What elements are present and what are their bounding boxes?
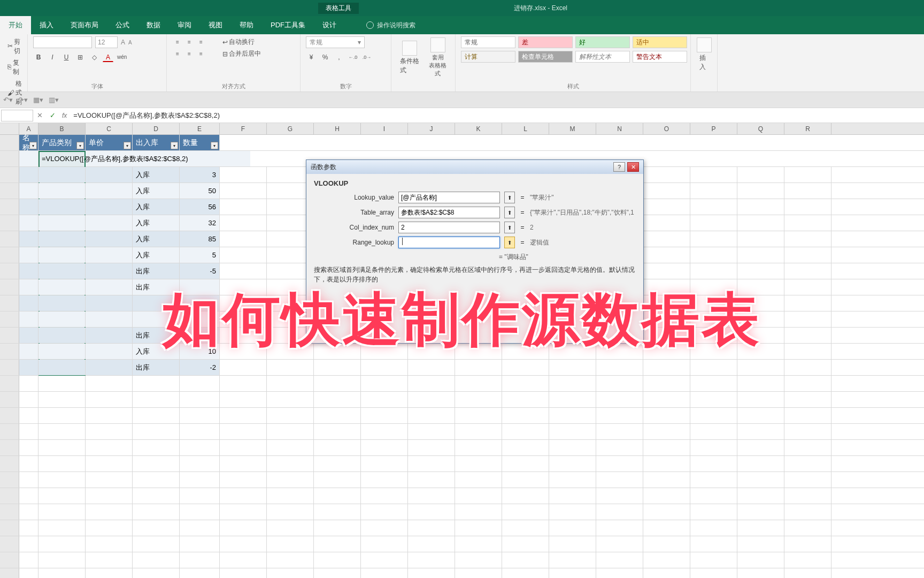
conditional-format-button[interactable]: 条件格式 [397,40,422,76]
cell-qty[interactable]: 50 [180,183,220,199]
filter-dropdown-icon[interactable]: ▾ [124,142,131,149]
col-F[interactable]: F [220,123,267,134]
cell-inout[interactable]: 出库 [133,279,180,295]
empty-row[interactable] [0,536,924,552]
empty-row[interactable] [0,408,924,424]
arg-table-array-input[interactable] [398,207,500,218]
border-button[interactable]: ⊞ [75,51,86,62]
range-picker-icon[interactable]: ⬆ [504,207,515,218]
wrap-text-button[interactable]: ↩自动换行 [220,36,263,48]
arg-col-index-input[interactable] [398,222,500,233]
table-row[interactable]: 出库-2 [0,360,924,376]
cell-qty[interactable]: 32 [180,215,220,231]
tab-pdf[interactable]: PDF工具集 [262,16,314,34]
style-warn[interactable]: 警告文本 [633,51,687,63]
col-K[interactable]: K [455,123,502,134]
empty-row[interactable] [0,504,924,520]
tab-data[interactable]: 数据 [138,16,169,34]
empty-row[interactable] [0,568,924,578]
merge-center-button[interactable]: ⊟合并后居中 [220,48,263,59]
select-all-corner[interactable] [0,123,19,134]
empty-row[interactable] [0,392,924,408]
table-format-button[interactable]: 套用 表格格式 [426,36,450,79]
style-neutral[interactable]: 适中 [633,36,687,48]
cell-inout[interactable]: 入库 [133,167,180,182]
empty-row[interactable] [0,520,924,536]
cell-qty[interactable]: -5 [180,263,220,279]
style-normal[interactable]: 常规 [461,36,515,48]
style-check[interactable]: 检查单元格 [518,51,573,63]
font-color-button[interactable]: A [103,51,113,62]
cell-qty[interactable]: 3 [180,167,220,182]
arg-range-lookup-input[interactable] [398,237,500,248]
tab-help[interactable]: 帮助 [231,16,262,34]
col-P[interactable]: P [690,123,737,134]
hdr-qty[interactable]: 数量▾ [180,135,220,150]
dialog-close-button[interactable]: ✕ [627,162,639,172]
hdr-price[interactable]: 单价▾ [86,135,133,150]
filter-dropdown-icon[interactable]: ▾ [171,142,178,149]
copy-button[interactable]: 复制 [5,57,22,78]
qat-btn[interactable]: ▦▾ [33,96,43,104]
filter-dropdown-icon[interactable]: ▾ [76,142,84,149]
style-explain[interactable]: 解释性文本 [575,51,630,63]
cell-inout[interactable]: 出库 [133,328,180,343]
col-G[interactable]: G [267,123,314,134]
col-B[interactable]: B [38,123,86,134]
name-box[interactable] [1,110,33,121]
dec-decimal-button[interactable]: .0→ [361,51,372,62]
col-J[interactable]: J [408,123,455,134]
cell-inout[interactable]: 入库 [133,247,180,263]
tell-me-search[interactable]: 操作说明搜索 [366,21,415,30]
cell-inout[interactable] [133,295,180,311]
font-size-select[interactable] [95,36,118,48]
filter-dropdown-icon[interactable]: ▾ [211,142,218,149]
col-R[interactable]: R [784,123,831,134]
font-family-select[interactable] [33,36,92,48]
redo-button[interactable]: ↷▾ [18,96,28,104]
cell-qty[interactable]: 5 [180,247,220,263]
tab-home[interactable]: 开始 [0,16,31,34]
empty-row[interactable] [0,376,924,392]
cell-qty[interactable]: 10 [180,344,220,359]
cell-inout[interactable]: 入库 [133,231,180,247]
tab-insert[interactable]: 插入 [31,16,62,34]
italic-button[interactable]: I [47,51,58,62]
range-picker-icon[interactable]: ⬆ [504,222,515,233]
cell-inout[interactable]: 入库 [133,199,180,215]
currency-button[interactable]: ¥ [306,51,317,62]
arg-lookup-value-input[interactable] [398,192,500,203]
tab-layout[interactable]: 页面布局 [62,16,107,34]
cancel-formula-button[interactable]: ✕ [33,111,46,119]
enter-formula-button[interactable]: ✓ [46,111,59,119]
range-picker-icon[interactable]: ⬆ [504,237,515,248]
cell-inout[interactable]: 入库 [133,183,180,199]
cell-inout[interactable]: 入库 [133,215,180,231]
increase-font-icon[interactable]: A [121,39,125,46]
phonetic-button[interactable]: wén [117,51,127,62]
col-L[interactable]: L [502,123,549,134]
cell-qty[interactable]: -2 [180,360,220,375]
cell-qty[interactable]: 85 [180,231,220,247]
empty-row[interactable] [0,552,924,568]
col-D[interactable]: D [133,123,180,134]
dialog-titlebar[interactable]: 函数参数 ? ✕ [306,160,643,174]
empty-row[interactable] [0,488,924,504]
underline-button[interactable]: U [61,51,72,62]
col-O[interactable]: O [643,123,690,134]
table-row[interactable]: 入库10 [0,344,924,360]
cell-inout[interactable] [133,311,180,327]
fill-color-button[interactable]: ◇ [89,51,99,62]
hdr-category[interactable]: 产品类别▾ [38,135,86,150]
cell-qty[interactable] [180,311,220,327]
col-C[interactable]: C [86,123,133,134]
cell-styles-gallery[interactable]: 常规 差 好 适中 计算 检查单元格 解释性文本 警告文本 [461,36,685,64]
dialog-help-button[interactable]: ? [613,162,625,172]
number-format-select[interactable]: 常规▾ [306,36,365,48]
cell-qty[interactable] [180,279,220,295]
range-picker-icon[interactable]: ⬆ [504,192,515,203]
col-I[interactable]: I [361,123,408,134]
fx-icon[interactable]: fx [59,112,70,119]
tab-design[interactable]: 设计 [314,16,345,34]
percent-button[interactable]: % [320,51,330,62]
